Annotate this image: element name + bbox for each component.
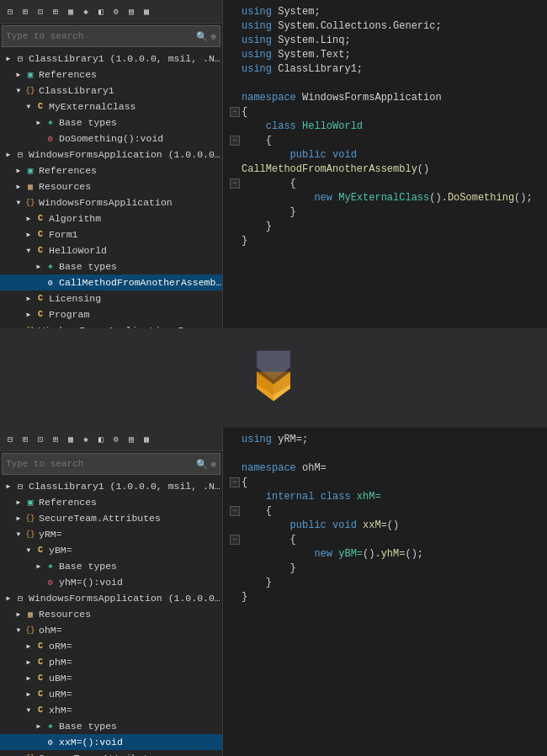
toolbar2-icon-6[interactable]: ◈ [79, 433, 93, 446]
tree2-secureteam-2[interactable]: {} SecureTeam.Attributes [0, 750, 222, 756]
expand2-phm[interactable] [24, 658, 34, 668]
toolbar2-icon-10[interactable]: ▩ [140, 433, 153, 446]
expand-algorithm[interactable] [24, 214, 34, 224]
tree-item-refs-2[interactable]: ▣ References [0, 162, 222, 178]
search-icon-1[interactable]: 🔍 [196, 31, 208, 42]
toolbar2-icon-9[interactable]: ▤ [125, 433, 138, 446]
expand2-ybm[interactable] [24, 546, 34, 556]
expand2-ohm[interactable] [13, 626, 24, 636]
tree2-basetypes-2[interactable]: ◈ Base types [0, 718, 222, 734]
expand-myexternalclass[interactable] [24, 102, 34, 112]
toolbar-icon-1[interactable]: ⊟ [3, 5, 17, 19]
toolbar2-icon-1[interactable]: ⊟ [3, 433, 17, 446]
collapse-btn-1[interactable]: − [230, 107, 240, 117]
tree2-refs-1[interactable]: ▣ References [0, 494, 222, 510]
tree-item-program[interactable]: C Program [0, 306, 222, 322]
expand-basetypes-2[interactable] [34, 262, 44, 272]
expand-refs-2[interactable] [13, 166, 24, 176]
expand-basetypes-1[interactable] [34, 118, 44, 128]
collapse2-btn-1[interactable]: − [230, 477, 240, 487]
toolbar-icon-7[interactable]: ◧ [94, 5, 108, 19]
tree-item-resources[interactable]: ▦ Resources [0, 178, 222, 194]
expand-classlibrary1[interactable] [3, 54, 13, 64]
toolbar2-icon-8[interactable]: ⚙ [109, 433, 123, 446]
tree2-classlibrary1[interactable]: ⊟ ClassLibrary1 (1.0.0.0, msil, .Net Fra… [0, 478, 222, 494]
expand2-urm[interactable] [24, 689, 34, 700]
expand-refs-1[interactable] [13, 70, 24, 80]
tree2-xhm[interactable]: C xhM= [0, 702, 222, 718]
tree-item-form1[interactable]: C Form1 [0, 226, 222, 242]
tree2-basetypes-1[interactable]: ◈ Base types [0, 558, 222, 574]
expand-licensing[interactable] [24, 294, 34, 304]
expand2-basetypes-1[interactable] [34, 562, 44, 572]
expand2-ubm[interactable] [24, 673, 34, 684]
tree-item-myexternalclass[interactable]: C MyExternalClass [0, 98, 222, 114]
expand-wfa-ns[interactable] [13, 198, 24, 208]
tree2-ohm[interactable]: {} ohM= [0, 622, 222, 638]
tree-item-basetypes-2[interactable]: ◈ Base types [0, 258, 222, 274]
toolbar2-icon-3[interactable]: ⊡ [34, 433, 47, 446]
expand-resources[interactable] [13, 182, 24, 192]
tree-item-ns-classlibrary1[interactable]: {} ClassLibrary1 [0, 83, 222, 98]
tree2-orm[interactable]: C oRM= [0, 638, 222, 654]
tree2-yhm[interactable]: ⚙ yhM=():void [0, 574, 222, 590]
expand2-orm[interactable] [24, 642, 34, 652]
tree2-ybm[interactable]: C yBM= [0, 542, 222, 558]
search-input-2[interactable] [6, 459, 196, 469]
expand2-xhm[interactable] [24, 705, 34, 716]
toolbar2-icon-7[interactable]: ◧ [94, 433, 108, 446]
toolbar-icon-4[interactable]: ⊞ [49, 5, 62, 19]
tree2-ubm[interactable]: C uBM= [0, 670, 222, 686]
expand2-secureteam-1[interactable] [13, 514, 24, 524]
tree2-resources[interactable]: ▦ Resources [0, 606, 222, 622]
toolbar-icon-9[interactable]: ▤ [125, 5, 138, 19]
toolbar-icon-3[interactable]: ⊡ [34, 5, 47, 19]
expand-program[interactable] [24, 310, 34, 320]
expand-helloworld[interactable] [24, 246, 34, 256]
search-icon-2[interactable]: 🔍 [196, 459, 208, 470]
expand2-refs-1[interactable] [13, 498, 24, 508]
filter-icon-1[interactable]: ⊕ [210, 31, 216, 42]
toolbar-icon-10[interactable]: ▩ [140, 5, 153, 19]
expand2-resources[interactable] [13, 610, 24, 620]
expand2-basetypes-2[interactable] [34, 721, 44, 732]
tree-item-properties[interactable]: {} WindowsFormsApplication.Properties [0, 322, 222, 328]
tree2-xxm[interactable]: ⚙ xxM=():void [0, 734, 222, 750]
toolbar-icon-8[interactable]: ⚙ [109, 5, 123, 19]
collapse-btn-3[interactable]: − [230, 178, 240, 189]
tree-item-wfa-ns[interactable]: {} WindowsFormsApplication [0, 194, 222, 210]
expand2-secureteam-2[interactable] [13, 753, 24, 757]
tree-item-classlibrary1[interactable]: ⊟ ClassLibrary1 (1.0.0.0, msil, .Net Fra… [0, 51, 222, 67]
toolbar-icon-2[interactable]: ⊞ [19, 5, 32, 19]
search-input-1[interactable] [6, 31, 196, 41]
tree-item-licensing[interactable]: C Licensing [0, 290, 222, 306]
expand-form1[interactable] [24, 230, 34, 240]
tree-item-callmethod[interactable]: ⚙ CallMethodFromAnotherAssembly( [0, 274, 222, 290]
expand-ns-1[interactable] [13, 86, 24, 96]
tree2-secureteam-1[interactable]: {} SecureTeam.Attributes [0, 510, 222, 526]
expand2-yrm[interactable] [13, 530, 24, 540]
filter-icon-2[interactable]: ⊕ [210, 459, 216, 470]
collapse2-btn-2[interactable]: − [230, 506, 240, 516]
tree2-wfa-project[interactable]: ⊟ WindowsFormsApplication (1.0.0.0, x86,… [0, 590, 222, 606]
expand-wfa-project[interactable] [3, 150, 13, 160]
toolbar2-icon-5[interactable]: ▦ [64, 433, 77, 446]
tree2-yrm[interactable]: {} yRM= [0, 526, 222, 542]
tree-item-wfa-project[interactable]: ⊟ WindowsFormsApplication (1.0.0.0, x86,… [0, 146, 222, 162]
tree2-phm[interactable]: C phM= [0, 654, 222, 670]
tree-item-basetypes-1[interactable]: ◈ Base types [0, 114, 222, 130]
tree-item-algorithm[interactable]: C Algorithm [0, 210, 222, 226]
collapse2-btn-3[interactable]: − [230, 535, 240, 545]
toolbar-icon-5[interactable]: ▦ [64, 5, 77, 19]
tree-item-refs-1[interactable]: ▣ References [0, 67, 222, 83]
collapse-btn-2[interactable]: − [230, 136, 240, 146]
expand-properties[interactable] [13, 326, 24, 329]
tree2-urm[interactable]: C uRM= [0, 686, 222, 702]
expand2-wfa-project[interactable] [3, 594, 13, 604]
expand2-classlibrary1[interactable] [3, 482, 13, 492]
toolbar2-icon-2[interactable]: ⊞ [19, 433, 32, 446]
toolbar-icon-6[interactable]: ◈ [79, 5, 93, 19]
tree-item-dosomething[interactable]: ⚙ DoSomething():void [0, 130, 222, 146]
toolbar2-icon-4[interactable]: ⊞ [49, 433, 62, 446]
tree-item-helloworld[interactable]: C HelloWorld [0, 242, 222, 258]
